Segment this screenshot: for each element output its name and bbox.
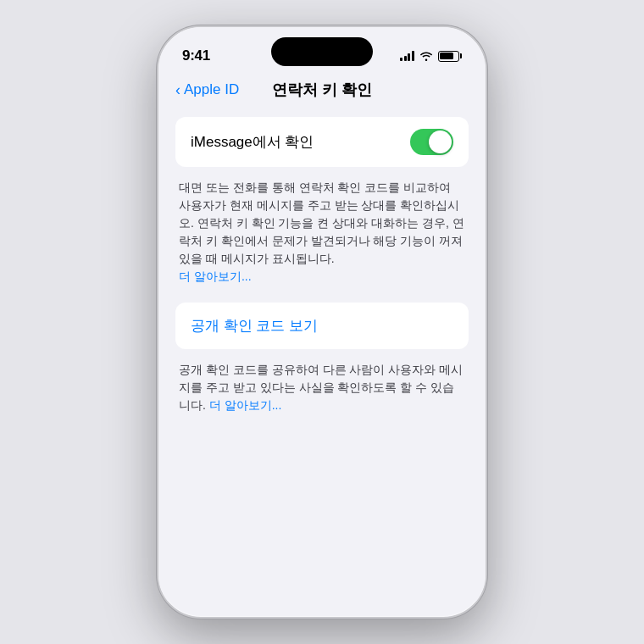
back-chevron-icon: ‹ xyxy=(175,82,180,97)
content-area: iMessage에서 확인 대면 또는 전화를 통해 연락처 확인 코드를 비교… xyxy=(158,110,486,602)
status-bar: 9:41 xyxy=(158,27,486,73)
public-code-card[interactable]: 공개 확인 코드 보기 xyxy=(175,303,469,349)
back-button[interactable]: ‹ Apple ID xyxy=(175,81,239,98)
signal-icon xyxy=(400,51,414,61)
page-title: 연락처 키 확인 xyxy=(272,80,372,100)
description-learn-more[interactable]: 더 알아보기... xyxy=(179,269,252,283)
battery-icon xyxy=(438,51,463,62)
description-text: 대면 또는 전화를 통해 연락처 확인 코드를 비교하여 사용자가 현재 메시지… xyxy=(175,179,469,286)
description-body: 대면 또는 전화를 통해 연락처 확인 코드를 비교하여 사용자가 현재 메시지… xyxy=(179,180,464,265)
nav-bar: ‹ Apple ID 연락처 키 확인 xyxy=(158,73,486,110)
status-time: 9:41 xyxy=(182,47,210,64)
public-code-label: 공개 확인 코드 보기 xyxy=(191,318,318,334)
dynamic-island xyxy=(271,37,373,66)
back-label: Apple ID xyxy=(184,81,239,98)
footer-text: 공개 확인 코드를 공유하여 다른 사람이 사용자와 메시지를 주고 받고 있다… xyxy=(175,361,469,414)
toggle-label: iMessage에서 확인 xyxy=(191,132,314,152)
phone-frame: 9:41 xyxy=(157,25,487,619)
wifi-icon xyxy=(419,51,433,61)
footer-learn-more[interactable]: 더 알아보기... xyxy=(209,398,282,412)
toggle-card: iMessage에서 확인 xyxy=(175,117,469,167)
imessage-toggle[interactable] xyxy=(410,129,453,155)
status-icons xyxy=(400,51,462,62)
toggle-thumb xyxy=(429,130,452,153)
